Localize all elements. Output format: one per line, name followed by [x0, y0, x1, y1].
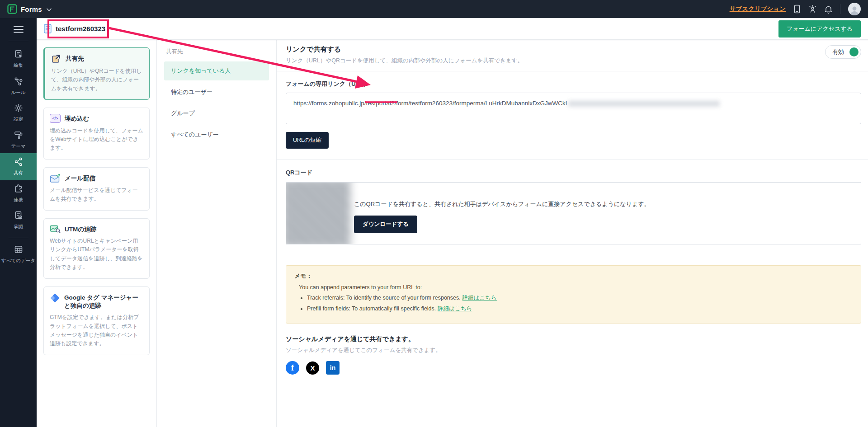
share-method-card-email[interactable]: メール配信 メール配信サービスを通じてフォームを共有できます。	[43, 167, 150, 211]
sidebar-item-approvals[interactable]: 承認	[0, 207, 37, 234]
facebook-icon[interactable]: f	[286, 361, 299, 375]
user-avatar[interactable]	[848, 3, 861, 15]
nav-header: 共有先	[166, 48, 269, 56]
edit-icon	[14, 50, 23, 61]
share-methods-panel: 共有先 リンク（URL）やQRコードを使用して、組織の内部や外部の人にフォームを…	[37, 40, 157, 427]
form-url-label: フォームの専用リンク（URL）	[286, 80, 861, 88]
divider	[9, 238, 28, 238]
support-icon[interactable]	[808, 5, 817, 14]
card-description: WebサイトのURLとキャンペーン用リンクからUTMパラメーターを取得してデータ…	[50, 237, 143, 272]
left-sidebar: 編集 ルール 設定 テーマ 共有 連携 承認 すべてのデータ	[0, 18, 37, 427]
sidebar-item-all-data[interactable]: すべてのデータ	[0, 241, 37, 268]
mobile-app-icon[interactable]	[793, 5, 801, 14]
app-name: Forms	[21, 5, 42, 13]
share-icon	[14, 157, 23, 168]
qr-code-description: このQRコードを共有すると、共有された相手はデバイスからフォームに直接アクセスで…	[354, 200, 650, 208]
sidebar-item-rules[interactable]: ルール	[0, 73, 37, 100]
app-logo[interactable]: Forms	[7, 4, 52, 14]
sidebar-item-label: 連携	[14, 197, 23, 203]
card-title: 共有先	[66, 54, 84, 63]
x-twitter-icon[interactable]: X	[306, 361, 319, 375]
google-tag-manager-icon	[50, 293, 60, 303]
card-title: UTMの追跡	[65, 225, 96, 234]
embed-code-icon: </>	[50, 114, 61, 123]
section-title: リンクで共有する	[286, 45, 523, 54]
memo-intro: You can append parameters to your form U…	[299, 284, 853, 291]
memo-bullet-prefill-fields: Prefill form fields: To automatically fi…	[307, 305, 853, 313]
form-document-icon	[44, 24, 52, 33]
sidebar-item-settings[interactable]: 設定	[0, 99, 37, 127]
download-qr-button[interactable]: ダウンロードする	[354, 216, 417, 233]
sidebar-item-label: テーマ	[11, 144, 26, 149]
nav-item-specific-users[interactable]: 特定のユーザー	[164, 83, 269, 102]
toggle-knob-on	[849, 47, 859, 56]
nav-item-groups[interactable]: グループ	[164, 104, 269, 123]
email-campaign-icon	[50, 174, 61, 183]
section-subtitle: リンク（URL）やQRコードを使用して、組織の内部や外部の人にフォームを共有でき…	[286, 57, 523, 65]
sidebar-item-label: ルール	[11, 90, 26, 95]
social-icons-row: f X in	[286, 361, 861, 375]
card-description: 埋め込みコードを使用して、フォームをWebサイトに埋め込むことができます。	[50, 127, 143, 153]
divider	[277, 71, 868, 71]
utm-tracking-icon	[50, 225, 61, 234]
toggle-label: 有効	[832, 48, 844, 56]
sidebar-item-edit[interactable]: 編集	[0, 46, 37, 73]
form-url-text: https://forms.zohopublic.jp/testportal2/…	[293, 100, 567, 107]
form-header: testform260323 フォームにアクセスする	[37, 18, 868, 40]
subscription-link[interactable]: サブスクリプション	[730, 5, 786, 13]
memo-title: メモ：	[294, 272, 853, 280]
nav-item-anyone-with-link[interactable]: リンクを知っている人	[164, 61, 269, 80]
share-method-card-utm[interactable]: UTMの追跡 WebサイトのURLとキャンペーン用リンクからUTMパラメーターを…	[43, 218, 150, 279]
hamburger-menu-icon[interactable]	[0, 18, 37, 41]
share-method-card-embed[interactable]: </> 埋め込む 埋め込みコードを使用して、フォームをWebサイトに埋め込むこと…	[43, 108, 150, 160]
top-bar: Forms サブスクリプション	[0, 0, 868, 18]
page-title: testform260323	[56, 25, 105, 33]
card-description: リンク（URL）やQRコードを使用して、組織の内部や外部の人にフォームを共有でき…	[51, 67, 143, 93]
qr-code-blurred-image	[286, 182, 350, 244]
sidebar-item-label: 承認	[14, 224, 23, 230]
forms-logo-icon	[7, 4, 17, 14]
all-data-icon	[14, 245, 23, 256]
notifications-bell-icon[interactable]	[825, 5, 832, 14]
card-title: Google タグ マネージャーと独自の追跡	[64, 293, 143, 310]
social-share-title: ソーシャルメディアを通じて共有できます。	[286, 335, 861, 343]
sidebar-item-theme[interactable]: テーマ	[0, 127, 37, 154]
card-title: 埋め込む	[65, 114, 90, 123]
divider	[277, 160, 868, 160]
qr-code-label: QRコード	[286, 169, 861, 177]
sidebar-item-label: すべてのデータ	[1, 258, 35, 263]
theme-icon	[14, 131, 23, 141]
sidebar-item-share[interactable]: 共有	[0, 153, 37, 180]
social-share-subtitle: ソーシャルメディアを通じてこのフォームを共有できます。	[286, 347, 861, 354]
card-description: メール配信サービスを通じてフォームを共有できます。	[50, 186, 143, 204]
memo-bullet-track-referrals: Track referrals: To identify the source …	[307, 294, 853, 302]
linkedin-icon[interactable]: in	[326, 361, 340, 375]
topbar-separator	[840, 4, 840, 14]
qr-code-section: このQRコードを共有すると、共有された相手はデバイスからフォームに直接アクセスで…	[286, 182, 861, 244]
approvals-icon	[14, 211, 23, 222]
sidebar-item-label: 共有	[14, 170, 23, 176]
learn-more-link[interactable]: 詳細はこちら	[462, 295, 497, 301]
card-title: メール配信	[65, 174, 95, 183]
form-url-field[interactable]: https://forms.zohopublic.jp/testportal2/…	[286, 93, 861, 124]
memo-note-box: メモ： You can append parameters to your fo…	[286, 265, 861, 324]
share-method-card-gtm[interactable]: Google タグ マネージャーと独自の追跡 GTMを設定できます。または分析プ…	[43, 286, 150, 355]
nav-item-all-users[interactable]: すべてのユーザー	[164, 125, 269, 144]
sidebar-item-label: 編集	[14, 63, 23, 68]
sidebar-item-integrations[interactable]: 連携	[0, 180, 37, 207]
main-content: リンクで共有する リンク（URL）やQRコードを使用して、組織の内部や外部の人に…	[277, 40, 868, 427]
enabled-toggle[interactable]: 有効	[825, 45, 861, 59]
share-target-nav: 共有先 リンクを知っている人 特定のユーザー グループ すべてのユーザー	[157, 40, 277, 427]
chevron-down-icon	[47, 5, 52, 13]
share-method-card-link[interactable]: 共有先 リンク（URL）やQRコードを使用して、組織の内部や外部の人にフォームを…	[43, 47, 150, 100]
access-form-button[interactable]: フォームにアクセスする	[778, 20, 861, 38]
redacted-url-part	[568, 101, 720, 107]
learn-more-link[interactable]: 詳細はこちら	[438, 305, 472, 312]
rules-icon	[14, 77, 23, 88]
settings-icon	[14, 103, 23, 114]
sidebar-item-label: 設定	[14, 117, 23, 122]
divider	[9, 41, 28, 41]
integrations-icon	[14, 184, 23, 195]
shorten-url-button[interactable]: URLの短縮	[286, 132, 329, 149]
share-out-icon	[51, 54, 61, 64]
